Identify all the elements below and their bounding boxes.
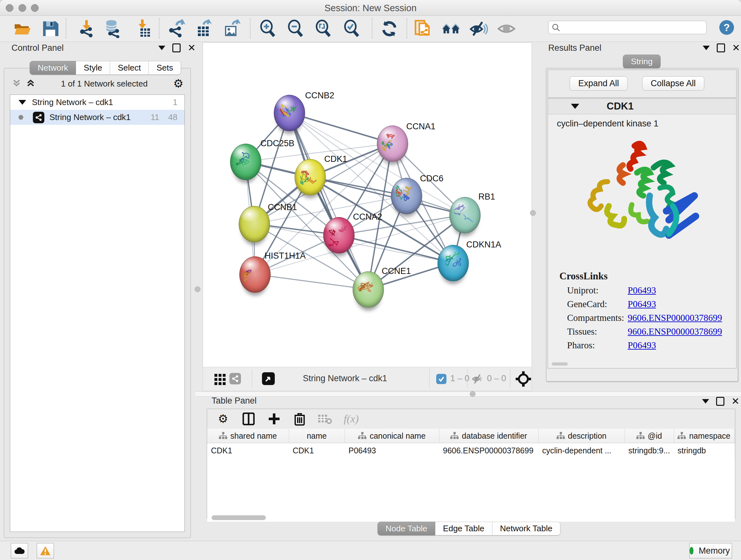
cell-id[interactable]: stringdb:9... <box>624 443 674 458</box>
panel-close-icon[interactable]: ✕ <box>188 44 196 51</box>
search-box[interactable] <box>548 21 706 34</box>
save-session-icon[interactable] <box>41 19 60 38</box>
cell-shared-name[interactable]: CDK1 <box>207 443 289 458</box>
cell-canonical-name[interactable]: P06493 <box>345 443 439 458</box>
search-input[interactable] <box>560 23 698 32</box>
network-node-rb1[interactable] <box>449 197 481 233</box>
cell-database-identifier[interactable]: 9606.ENSP00000378699 <box>439 443 538 458</box>
hide-selected-icon[interactable] <box>469 19 488 38</box>
column-header-shared-name[interactable]: shared name <box>207 429 289 443</box>
panel-float-icon[interactable] <box>716 397 724 406</box>
network-node-ccna2[interactable] <box>323 217 354 253</box>
column-header-namespace[interactable]: namespace <box>674 429 734 443</box>
panel-close-icon[interactable]: ✕ <box>732 44 740 51</box>
delete-column-icon[interactable] <box>293 412 307 426</box>
table-row[interactable]: CDK1 CDK1 P06493 9606.ENSP00000378699 cy… <box>207 443 734 458</box>
hidden-eye-icon[interactable] <box>472 374 484 386</box>
panel-float-icon[interactable] <box>172 44 181 52</box>
first-neighbors-icon[interactable] <box>442 19 460 38</box>
network-edge-hist1h1a-ccne1[interactable] <box>255 274 368 289</box>
show-all-icon[interactable] <box>497 19 516 38</box>
export-network-icon[interactable] <box>167 19 185 38</box>
export-table-icon[interactable] <box>194 19 212 38</box>
crosslink-value-link[interactable]: P06493 <box>628 285 656 296</box>
collapse-all-icon[interactable] <box>12 78 21 89</box>
import-network-from-database-icon[interactable] <box>103 19 122 38</box>
zoom-selected-icon[interactable] <box>343 19 361 38</box>
collapse-all-button[interactable]: Collapse All <box>642 76 704 91</box>
tab-network-table[interactable]: Network Table <box>492 522 560 536</box>
help-button[interactable]: ? <box>719 20 734 35</box>
panel-float-icon[interactable] <box>717 44 725 52</box>
network-row-selected[interactable]: String Network – cdk1 11 48 <box>10 110 185 125</box>
show-columns-icon[interactable] <box>242 412 256 426</box>
network-canvas[interactable]: CCNB2CCNA1CDC25BCDK1CDC6RB1CCNB1CCNA2CDK… <box>203 43 532 367</box>
column-header-name[interactable]: name <box>289 429 345 443</box>
cell-description[interactable]: cyclin-dependent ... <box>538 443 624 458</box>
network-node-ccnb2[interactable] <box>274 95 305 131</box>
tab-edge-table[interactable]: Edge Table <box>435 522 492 536</box>
birds-eye-view-icon[interactable] <box>262 372 275 385</box>
panel-menu-icon[interactable] <box>702 399 709 403</box>
network-node-ccnb1[interactable] <box>239 206 270 242</box>
column-header-description[interactable]: description <box>538 429 624 443</box>
tab-node-table[interactable]: Node Table <box>378 522 435 536</box>
memory-button[interactable]: Memory <box>689 543 732 558</box>
warnings-button[interactable] <box>37 543 54 558</box>
clone-network-icon[interactable] <box>414 19 432 38</box>
grid-view-icon[interactable] <box>211 370 229 389</box>
crosslink-value-link[interactable]: P06493 <box>628 299 656 309</box>
zoom-in-icon[interactable] <box>259 19 277 38</box>
network-options-gear-icon[interactable]: ⚙ <box>173 78 184 89</box>
network-collection-row[interactable]: String Network – cdk1 1 <box>10 95 185 110</box>
vertical-splitter-handle[interactable] <box>195 287 200 292</box>
table-horizontal-scrollbar[interactable] <box>207 514 735 522</box>
tab-network[interactable]: Network <box>30 61 76 75</box>
tab-select[interactable]: Select <box>110 61 149 75</box>
table-options-gear-icon[interactable]: ⚙ <box>216 412 230 426</box>
collection-expand-icon[interactable] <box>18 100 26 105</box>
cloud-status-button[interactable] <box>11 543 28 558</box>
network-style-badge-icon[interactable] <box>229 373 241 384</box>
protein-header[interactable]: CDK1 <box>548 99 736 114</box>
column-header-database-identifier[interactable]: database identifier <box>439 429 538 443</box>
tab-sets[interactable]: Sets <box>149 61 181 75</box>
vertical-splitter-handle-right[interactable] <box>530 210 536 216</box>
panel-menu-icon[interactable] <box>158 46 165 50</box>
cell-namespace[interactable]: stringdb <box>674 443 734 458</box>
column-header-canonical-name[interactable]: canonical name <box>345 429 439 443</box>
crosslink-value-link[interactable]: 9606.ENSP00000378699 <box>628 326 722 337</box>
network-edge-ccnb2-ccne1[interactable] <box>289 113 368 289</box>
selected-checkbox-icon[interactable] <box>436 374 447 384</box>
network-node-hist1h1a[interactable] <box>239 256 271 293</box>
tab-style[interactable]: Style <box>76 61 110 75</box>
open-session-icon[interactable] <box>13 19 31 38</box>
network-node-ccne1[interactable] <box>353 271 384 308</box>
results-scrollbar-thumb[interactable] <box>552 362 568 366</box>
export-image-icon[interactable] <box>222 19 240 38</box>
expand-all-icon[interactable] <box>26 78 36 89</box>
crosslink-value-link[interactable]: P06493 <box>628 340 656 351</box>
column-header-id[interactable]: @id <box>624 429 674 443</box>
protein-collapse-icon[interactable] <box>571 104 579 109</box>
add-column-icon[interactable] <box>267 412 281 426</box>
network-node-cdc6[interactable] <box>391 178 422 214</box>
tab-string[interactable]: String <box>623 55 661 68</box>
import-network-from-file-icon[interactable] <box>77 19 96 38</box>
delete-table-icon[interactable] <box>318 412 332 426</box>
refresh-icon[interactable] <box>380 19 399 38</box>
fit-selected-crosshair-icon[interactable] <box>516 371 531 388</box>
expand-all-button[interactable]: Expand All <box>569 76 628 91</box>
network-node-cdc25b[interactable] <box>230 144 261 180</box>
scrollbar-thumb[interactable] <box>212 515 266 520</box>
panel-close-icon[interactable]: ✕ <box>731 398 739 405</box>
crosslink-value-link[interactable]: 9606.ENSP00000378699 <box>628 313 722 323</box>
panel-menu-icon[interactable] <box>703 46 710 50</box>
zoom-out-icon[interactable] <box>286 19 305 38</box>
function-builder-button[interactable]: f(x) <box>344 413 359 425</box>
network-node-cdk1[interactable] <box>294 159 326 195</box>
network-node-ccna1[interactable] <box>377 125 408 162</box>
cell-name[interactable]: CDK1 <box>289 443 345 458</box>
zoom-fit-icon[interactable] <box>314 19 333 38</box>
network-node-cdkn1a[interactable] <box>437 245 469 281</box>
